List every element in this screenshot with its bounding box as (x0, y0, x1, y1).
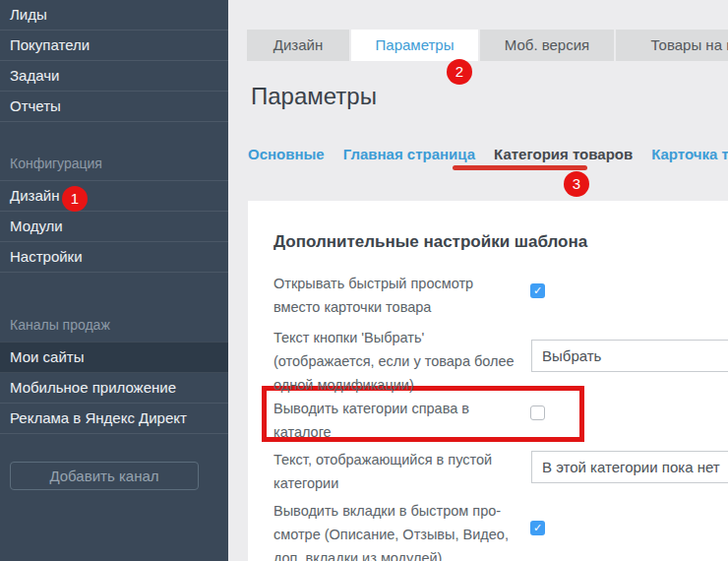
setting-label-select-button-text: Текст кнопки 'Выбрать' (отображается, ес… (273, 326, 519, 397)
tab-products-on-home[interactable]: Товары на гла (616, 30, 728, 61)
subtab-basic[interactable]: Основные (248, 146, 325, 162)
subtab-home-page[interactable]: Главная страница (343, 146, 475, 162)
sidebar-item-reports[interactable]: Отчеты (0, 92, 228, 122)
sidebar-item-modules[interactable]: Модули (0, 212, 228, 242)
add-channel-button[interactable]: Добавить канал (10, 462, 199, 490)
section-heading: Дополнительные настройки шаблона (273, 232, 587, 252)
main-tab-bar: Дизайн Параметры Моб. версия Товары на г… (247, 30, 728, 61)
page-title: Параметры (251, 83, 377, 110)
sidebar-item-leads[interactable]: Лиды (0, 0, 228, 31)
subtab-product-card[interactable]: Карточка товара (651, 146, 728, 162)
checkbox-quick-view[interactable]: ✓ (530, 283, 545, 298)
checkbox-quick-view-tabs[interactable]: ✓ (530, 521, 545, 535)
sidebar: Лиды Покупатели Задачи Отчеты Конфигурац… (0, 0, 228, 561)
input-select-button-text[interactable] (531, 340, 728, 372)
annotation-underline (453, 165, 587, 170)
sidebar-config-group: Дизайн Модули Настройки (0, 180, 228, 273)
sidebar-item-settings[interactable]: Настройки (0, 242, 228, 273)
setting-label-quick-view-tabs: Выводить вкладки в быстром про-смотре (О… (273, 499, 519, 561)
sidebar-item-tasks[interactable]: Задачи (0, 61, 228, 92)
tab-parameters[interactable]: Параметры (351, 30, 478, 61)
setting-label-categories-right: Выводить категории справа в каталоге (273, 397, 475, 444)
sidebar-top-group: Лиды Покупатели Задачи Отчеты (0, 0, 228, 122)
sidebar-item-yandex-direct[interactable]: Реклама в Яндекс Директ (0, 404, 228, 434)
sidebar-section-configuration: Конфигурация (0, 148, 228, 180)
sidebar-channels-group: Мои сайты Мобильное приложение Реклама в… (0, 342, 228, 434)
sidebar-item-my-sites[interactable]: Мои сайты (0, 342, 228, 373)
annotation-badge-3: 3 (564, 171, 589, 197)
setting-label-empty-category-text: Текст, отображающийся в пустой категории (273, 448, 519, 495)
annotation-badge-1: 1 (62, 186, 88, 212)
subtab-bar: Основные Главная страница Категория това… (248, 146, 728, 162)
tab-mobile-version[interactable]: Моб. версия (480, 30, 614, 61)
input-empty-category-text[interactable] (531, 451, 728, 483)
sidebar-item-design[interactable]: Дизайн (0, 180, 228, 212)
sidebar-item-mobile-app[interactable]: Мобильное приложение (0, 373, 228, 404)
subtab-product-category[interactable]: Категория товаров (494, 146, 633, 162)
sidebar-item-customers[interactable]: Покупатели (0, 31, 228, 61)
checkbox-categories-right[interactable] (530, 405, 545, 420)
tab-design[interactable]: Дизайн (247, 30, 349, 61)
sidebar-section-sales-channels: Каналы продаж (0, 308, 228, 342)
setting-label-quick-view: Открывать быстрый просмотр вместо карточ… (273, 272, 519, 319)
annotation-badge-2: 2 (447, 59, 472, 85)
